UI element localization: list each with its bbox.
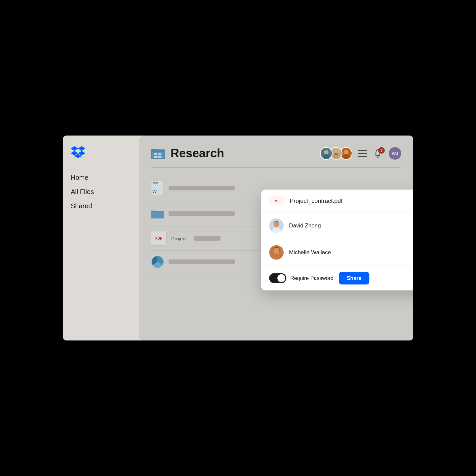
user-name-david: David Zheng <box>289 222 413 229</box>
svg-point-15 <box>342 154 350 159</box>
main-content: Research <box>139 136 413 340</box>
toggle-container: Require Password <box>269 273 334 283</box>
avatar-david <box>269 218 284 233</box>
sidebar-nav: Home All Files Shared <box>71 171 131 213</box>
modal-header: PDF Project_contract.pdf × <box>261 190 413 213</box>
svg-point-31 <box>273 248 279 254</box>
svg-point-16 <box>344 150 348 154</box>
sidebar-item-all-files[interactable]: All Files <box>71 185 131 198</box>
dropbox-logo <box>71 146 131 159</box>
user-row-michelle[interactable]: Michelle Wallace <box>261 239 413 266</box>
avatar-michelle <box>269 245 284 260</box>
svg-point-12 <box>333 154 340 159</box>
modal-pdf-badge: PDF <box>269 197 285 205</box>
require-password-label: Require Password <box>290 275 334 281</box>
avatar-user-1[interactable] <box>320 147 333 160</box>
svg-point-9 <box>323 154 330 159</box>
sidebar-item-home[interactable]: Home <box>71 171 131 184</box>
toggle-knob <box>277 274 285 282</box>
share-button[interactable]: Share <box>339 272 369 285</box>
modal-footer: Require Password Share <box>261 266 413 291</box>
require-password-toggle[interactable] <box>269 273 286 283</box>
svg-point-13 <box>334 150 338 154</box>
user-name-michelle: Michelle Wallace <box>289 249 413 256</box>
share-modal: PDF Project_contract.pdf × <box>261 190 413 291</box>
app-window: Home All Files Shared <box>63 136 413 340</box>
avatar-group <box>320 147 352 160</box>
modal-filename: Project_contract.pdf <box>290 197 413 204</box>
sidebar: Home All Files Shared <box>63 136 139 340</box>
user-row-david[interactable]: David Zheng <box>261 213 413 239</box>
sidebar-item-shared[interactable]: Shared <box>71 200 131 213</box>
